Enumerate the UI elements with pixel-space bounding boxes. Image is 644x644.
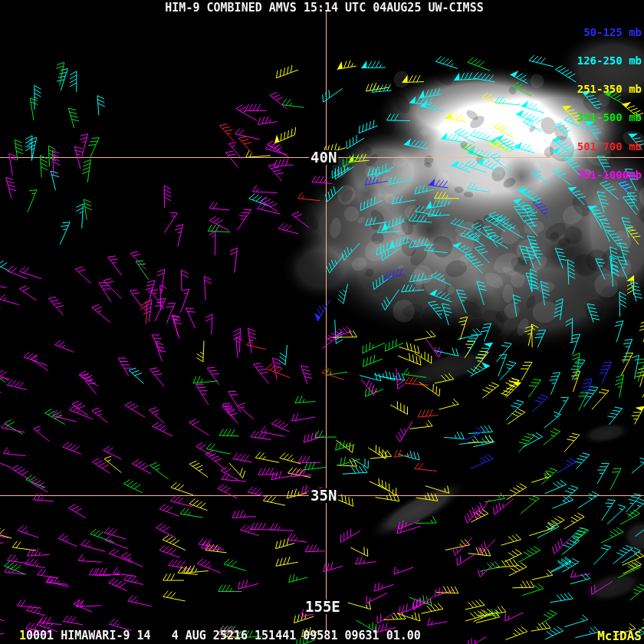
legend-item-251-350: 251-350 mb xyxy=(577,84,642,94)
legend-item-501-700: 501-700 mb xyxy=(577,142,642,151)
legend-item-50-125: 50-125 mb xyxy=(577,28,642,37)
page-title: HIM-9 COMBINED AMVS 15:14 UTC 04AUG25 UW… xyxy=(165,1,483,15)
status-text: 0001 HIMAWARI-9 14 4 AUG 25216 151441 09… xyxy=(26,629,421,642)
frame-number: 1 xyxy=(19,629,26,642)
legend-item-701-1000: 701-1000mb xyxy=(577,170,642,179)
latitude-label-35n: 35N xyxy=(309,488,338,503)
mcidas-display-window: HIM-9 COMBINED AMVS 15:14 UTC 04AUG25 UW… xyxy=(0,0,644,644)
pressure-level-legend: 50-125 mb 126-250 mb 251-350 mb 351-500 … xyxy=(577,8,642,199)
legend-item-126-250: 126-250 mb xyxy=(577,56,642,65)
status-bar: 10001 HIMAWARI-9 14 4 AUG 25216 151441 0… xyxy=(19,629,421,642)
longitude-label-155e: 155E xyxy=(304,600,342,614)
mcidas-brand-label: McIDAS xyxy=(597,629,642,643)
satellite-wind-map-canvas[interactable] xyxy=(0,0,644,644)
latitude-label-40n: 40N xyxy=(309,150,338,165)
legend-item-351-500: 351-500 mb xyxy=(577,113,642,122)
